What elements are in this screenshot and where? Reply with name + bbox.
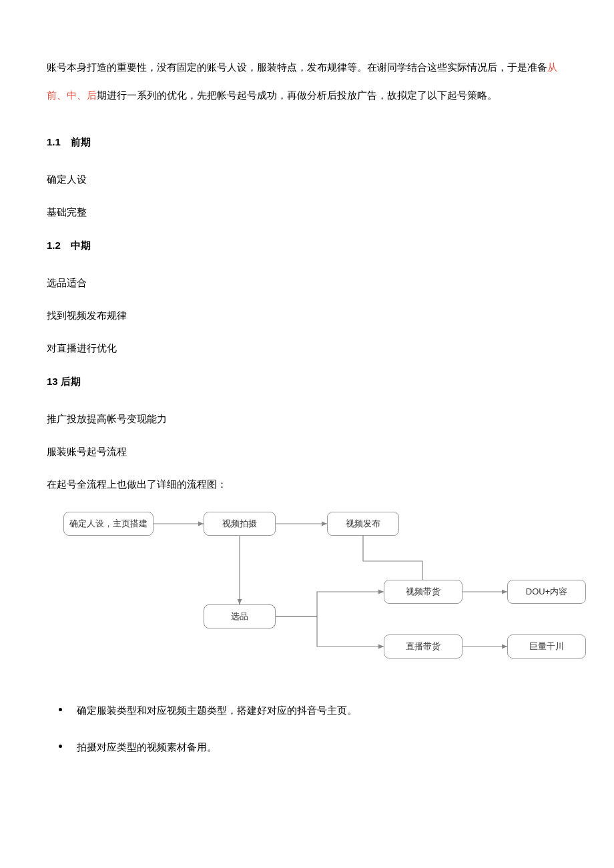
heading-mid-stage: 1.2 中期 [47, 240, 567, 252]
bullet-list: 确定服装类型和对应视频主题类型，搭建好对应的抖音号主页。 拍摄对应类型的视频素材… [47, 701, 567, 756]
flow-node-label: 视频拍摄 [222, 518, 257, 530]
flow-node-label: 直播带货 [406, 640, 440, 653]
intro-paragraph: 账号本身打造的重要性，没有固定的账号人设，服装特点，发布规律等。在谢同学结合这些… [47, 53, 567, 109]
list-item-text: 拍摄对应类型的视频素材备用。 [77, 738, 217, 756]
flow-node-label: DOU+内容 [526, 586, 567, 598]
body-line: 在起号全流程上也做出了详细的流程图： [47, 475, 567, 493]
bullet-icon [59, 745, 62, 748]
body-line: 基础完整 [47, 203, 567, 221]
flow-node-label: 视频发布 [346, 518, 380, 530]
intro-text-2: 期进行一系列的优化，先把帐号起号成功，再做分析后投放广告，故拟定了以下起号策略。 [97, 89, 497, 101]
bullet-icon [59, 708, 62, 711]
body-line: 确定人设 [47, 170, 567, 188]
flow-node-qianchuan: 巨量千川 [507, 634, 586, 659]
body-line: 推广投放提高帐号变现能力 [47, 410, 567, 428]
body-line: 对直播进行优化 [47, 339, 567, 357]
list-item-text: 确定服装类型和对应视频主题类型，搭建好对应的抖音号主页。 [77, 701, 357, 719]
flow-node-select: 选品 [204, 604, 276, 628]
flow-node-label: 确定人设，主页搭建 [69, 518, 147, 530]
flow-node-shoot: 视频拍摄 [204, 512, 276, 536]
body-line: 选品适合 [47, 274, 567, 292]
body-line: 找到视频发布规律 [47, 306, 567, 324]
flow-node-label: 选品 [231, 610, 248, 622]
body-line: 服装账号起号流程 [47, 442, 567, 460]
flow-node-setup: 确定人设，主页搭建 [63, 512, 154, 536]
list-item: 确定服装类型和对应视频主题类型，搭建好对应的抖音号主页。 [47, 701, 567, 719]
heading-late-stage: 13 后期 [47, 376, 567, 388]
flow-node-label: 视频带货 [406, 586, 440, 598]
heading-early-stage: 1.1 前期 [47, 136, 567, 149]
intro-text-1: 账号本身打造的重要性，没有固定的账号人设，服装特点，发布规律等。在谢同学结合这些… [47, 61, 547, 73]
flow-node-publish: 视频发布 [327, 512, 399, 536]
flow-node-live-sales: 直播带货 [384, 634, 463, 659]
flow-node-label: 巨量千川 [529, 640, 564, 653]
list-item: 拍摄对应类型的视频素材备用。 [47, 738, 567, 756]
flowchart: 确定人设，主页搭建 视频拍摄 视频发布 选品 视频带货 直播带货 DOU+内容 … [63, 508, 597, 681]
flow-node-video-sales: 视频带货 [384, 580, 463, 604]
flow-node-dou-plus: DOU+内容 [507, 580, 586, 604]
